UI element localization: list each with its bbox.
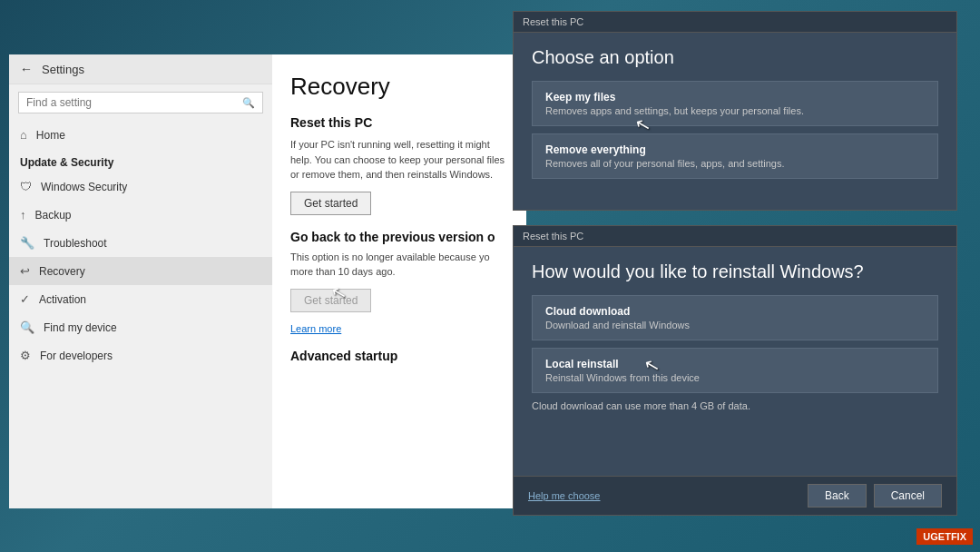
- help-me-choose-link[interactable]: Help me choose: [528, 490, 601, 501]
- troubleshoot-icon: 🔧: [20, 236, 34, 250]
- remove-everything-desc: Removes all of your personal files, apps…: [545, 158, 925, 169]
- keep-files-desc: Removes apps and settings, but keeps you…: [545, 105, 925, 116]
- sidebar-item-home-label: Home: [36, 129, 65, 142]
- get-started-button[interactable]: Get started: [290, 192, 371, 215]
- dialog2-title: How would you like to reinstall Windows?: [532, 261, 938, 282]
- sidebar-item-backup-label: Backup: [35, 209, 72, 222]
- home-icon: ⌂: [20, 128, 27, 142]
- find-device-icon: 🔍: [20, 320, 34, 334]
- local-reinstall-button[interactable]: Local reinstall Reinstall Windows from t…: [532, 348, 938, 393]
- shield-icon: 🛡: [20, 180, 32, 193]
- backup-icon: ↑: [20, 208, 26, 222]
- local-reinstall-title: Local reinstall: [545, 358, 925, 370]
- advanced-startup-title: Advanced startup: [290, 349, 508, 363]
- search-input[interactable]: [26, 96, 237, 109]
- settings-titlebar: ← Settings: [9, 54, 272, 84]
- get-started-button-2: Get started: [290, 289, 371, 312]
- main-content: Recovery Reset this PC If your PC isn't …: [272, 54, 526, 508]
- sidebar-item-windows-security-label: Windows Security: [41, 181, 127, 193]
- recovery-icon: ↩: [20, 264, 30, 278]
- cloud-download-title: Cloud download: [545, 305, 925, 318]
- sidebar-item-troubleshoot[interactable]: 🔧 Troubleshoot: [9, 229, 272, 257]
- sidebar-item-backup[interactable]: ↑ Backup: [9, 201, 272, 229]
- sidebar-section-header: Update & Security: [9, 149, 272, 172]
- sidebar-item-for-developers[interactable]: ⚙ For developers: [9, 341, 272, 370]
- sidebar-item-activation-label: Activation: [39, 293, 86, 306]
- remove-everything-title: Remove everything: [545, 143, 925, 156]
- search-icon: 🔍: [242, 97, 255, 109]
- activation-icon: ✓: [20, 292, 30, 306]
- footer-buttons: Back Cancel: [808, 484, 942, 508]
- reset-section-desc: If your PC isn't running well, resetting…: [290, 137, 508, 182]
- cloud-download-desc: Download and reinstall Windows: [545, 320, 925, 330]
- sidebar-item-activation[interactable]: ✓ Activation: [9, 285, 272, 313]
- page-title: Recovery: [290, 73, 508, 101]
- learn-more-link[interactable]: Learn more: [290, 323, 508, 334]
- sidebar-item-find-my-device-label: Find my device: [44, 321, 117, 334]
- go-back-desc: This option is no longer available becau…: [290, 250, 508, 280]
- local-reinstall-desc: Reinstall Windows from this device: [545, 372, 925, 383]
- settings-window: ← Settings 🔍 ⌂ Home Update & Security 🛡 …: [9, 54, 272, 508]
- sidebar-item-find-my-device[interactable]: 🔍 Find my device: [9, 313, 272, 341]
- sidebar-item-troubleshoot-label: Troubleshoot: [44, 237, 107, 250]
- sidebar-item-recovery[interactable]: ↩ Recovery: [9, 257, 272, 285]
- dialog2-titlebar: Reset this PC: [514, 226, 956, 247]
- dialog-choose-option: Reset this PC Choose an option Keep my f…: [513, 11, 957, 211]
- back-button[interactable]: Back: [808, 484, 867, 508]
- dialog2-footer: Help me choose Back Cancel: [514, 476, 956, 515]
- dialog1-body: Choose an option Keep my files Removes a…: [514, 33, 956, 210]
- dialog2-body: How would you like to reinstall Windows?…: [514, 247, 956, 476]
- keep-my-files-button[interactable]: Keep my files Removes apps and settings,…: [532, 81, 938, 126]
- cloud-download-button[interactable]: Cloud download Download and reinstall Wi…: [532, 295, 938, 340]
- sidebar-item-windows-security[interactable]: 🛡 Windows Security: [9, 172, 272, 201]
- back-arrow-icon[interactable]: ←: [20, 62, 33, 76]
- cancel-button[interactable]: Cancel: [874, 484, 942, 508]
- search-box[interactable]: 🔍: [18, 92, 263, 113]
- remove-everything-button[interactable]: Remove everything Removes all of your pe…: [532, 133, 938, 179]
- reset-section-title: Reset this PC: [290, 115, 508, 130]
- developers-icon: ⚙: [20, 349, 31, 362]
- sidebar-item-recovery-label: Recovery: [39, 265, 85, 278]
- sidebar-item-home[interactable]: ⌂ Home: [9, 121, 272, 149]
- dialog1-titlebar: Reset this PC: [514, 12, 956, 33]
- dialog-reinstall-windows: Reset this PC How would you like to rein…: [513, 225, 957, 516]
- sidebar-item-for-developers-label: For developers: [40, 350, 113, 362]
- go-back-title: Go back to the previous version o: [290, 230, 508, 244]
- watermark: UGETFIX: [916, 528, 973, 545]
- dialog1-title: Choose an option: [532, 47, 938, 68]
- settings-window-title: Settings: [42, 63, 84, 76]
- keep-files-title: Keep my files: [545, 91, 925, 104]
- cloud-note: Cloud download can use more than 4 GB of…: [532, 400, 938, 419]
